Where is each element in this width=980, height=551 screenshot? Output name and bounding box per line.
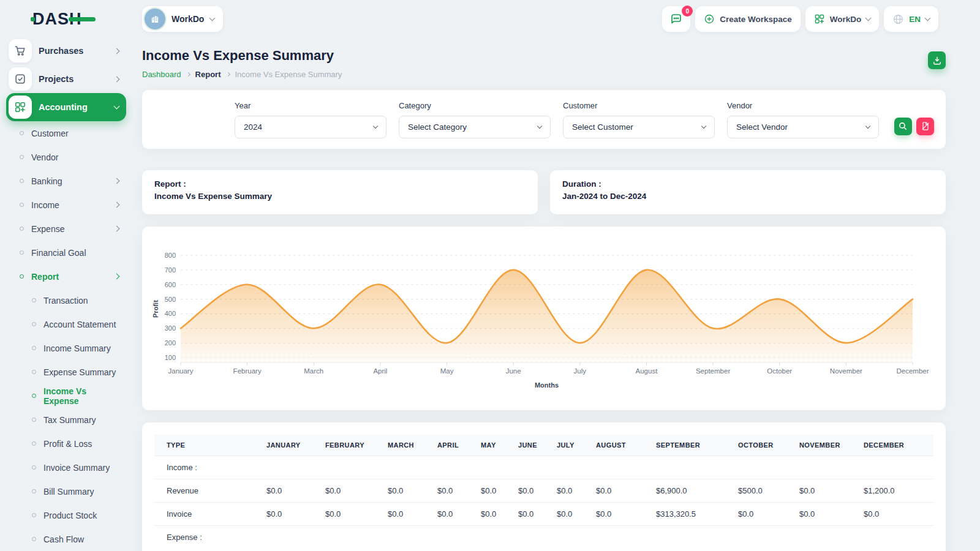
sidebar-item-financial-goal[interactable]: Financial Goal: [6, 241, 126, 264]
table-row: Invoice$0.0$0.0$0.0$0.0$0.0$0.0$0.0$0.0$…: [154, 503, 933, 526]
sidebar-item-vendor[interactable]: Vendor: [6, 145, 126, 169]
sidebar-item-income-summary[interactable]: Income Summary: [6, 336, 126, 360]
row-label: Revenue: [154, 479, 254, 503]
create-workspace-label: Create Workspace: [720, 15, 792, 24]
svg-text:March: March: [304, 367, 323, 375]
sidebar-item-product-stock[interactable]: Product Stock: [6, 503, 126, 527]
sidebar-item-transaction[interactable]: Transaction: [6, 288, 126, 312]
download-button[interactable]: [928, 51, 946, 69]
svg-text:400: 400: [165, 310, 176, 317]
bullet-icon: [32, 418, 36, 422]
chevron-down-icon: [865, 15, 872, 21]
search-button[interactable]: [894, 118, 912, 135]
bullet-icon: [20, 203, 24, 207]
table-cell: $0.0: [787, 503, 851, 526]
sidebar-item-cash-flow[interactable]: Cash Flow: [6, 527, 126, 551]
messages-button[interactable]: 0: [662, 6, 690, 32]
table-cell: $0.0: [469, 479, 506, 503]
sidebar-nav: Purchases Projects Accounting Customer V…: [0, 37, 135, 551]
report-card-label: Report :: [154, 179, 526, 189]
workspace-menu-label: WorkDo: [830, 15, 862, 24]
sidebar-item-label: Purchases: [39, 46, 108, 56]
submenu-label: Account Statement: [43, 320, 116, 329]
sidebar-item-expense-summary[interactable]: Expense Summary: [6, 360, 126, 384]
sidebar-item-banking[interactable]: Banking: [6, 169, 126, 193]
breadcrumb-dashboard[interactable]: Dashboard: [142, 70, 181, 79]
sidebar-item-report[interactable]: Report: [6, 264, 126, 288]
summary-cards: Report : Income Vs Expense Summary Durat…: [142, 170, 946, 214]
chevron-down-icon: [537, 123, 542, 128]
vendor-select[interactable]: Select Vendor: [727, 116, 879, 138]
breadcrumb-report[interactable]: Report: [195, 70, 221, 79]
grid-plus-icon: [9, 96, 32, 119]
chevron-right-icon: [114, 274, 120, 280]
year-select-value: 2024: [244, 122, 262, 132]
sidebar-item-invoice-summary[interactable]: Invoice Summary: [6, 455, 126, 479]
svg-text:800: 800: [165, 252, 176, 259]
bullet-icon: [32, 298, 36, 302]
sidebar-item-income-vs-expense[interactable]: Income Vs Expense: [6, 384, 126, 408]
reset-button[interactable]: [916, 118, 934, 135]
column-header-december: DECEMBER: [851, 435, 933, 456]
table-card: TYPEJANUARYFEBRUARYMARCHAPRILMAYJUNEJULY…: [142, 422, 946, 551]
submenu-label: Profit & Loss: [43, 439, 92, 449]
workspace-menu-button[interactable]: WorkDo: [805, 6, 880, 32]
year-select[interactable]: 2024: [235, 116, 386, 138]
bullet-icon: [32, 346, 36, 350]
breadcrumb-current: Income Vs Expense Summary: [235, 70, 342, 79]
vendor-select-value: Select Vendor: [736, 122, 788, 132]
bullet-icon: [20, 155, 24, 159]
table-cell: $0.0: [254, 503, 313, 526]
table-cell: $1,200.0: [851, 479, 933, 503]
table-cell: $0.0: [726, 503, 787, 526]
submenu-label: Income Vs Expense: [43, 386, 119, 406]
svg-text:August: August: [636, 367, 658, 375]
column-header-june: JUNE: [506, 435, 545, 456]
table-cell: $0.0: [851, 503, 933, 526]
table-cell: $0.0: [313, 503, 375, 526]
sidebar-item-profit-and-loss[interactable]: Profit & Loss: [6, 432, 126, 455]
app-logo[interactable]: DASH: [31, 9, 135, 32]
sidebar-item-projects[interactable]: Projects: [6, 65, 126, 93]
svg-text:December: December: [896, 367, 929, 375]
messages-badge: 0: [682, 6, 693, 17]
column-header-october: OCTOBER: [726, 435, 787, 456]
customer-select[interactable]: Select Customer: [563, 116, 715, 138]
sidebar-item-customer[interactable]: Customer: [6, 121, 126, 145]
column-header-january: JANUARY: [254, 435, 313, 456]
customer-select-value: Select Customer: [572, 122, 633, 132]
sidebar-item-purchases[interactable]: Purchases: [6, 37, 126, 65]
chevron-down-icon: [925, 15, 931, 21]
create-workspace-button[interactable]: Create Workspace: [695, 6, 801, 32]
report-table: TYPEJANUARYFEBRUARYMARCHAPRILMAYJUNEJULY…: [154, 435, 933, 549]
column-header-august: AUGUST: [584, 435, 644, 456]
sidebar-item-account-statement[interactable]: Account Statement: [6, 312, 126, 336]
category-select[interactable]: Select Category: [399, 116, 551, 138]
sidebar: DASH Purchases Projects Accounting: [0, 0, 135, 551]
column-header-september: SEPTEMBER: [644, 435, 726, 456]
checkbox-icon: [9, 67, 32, 91]
bullet-icon: [32, 322, 36, 326]
column-header-may: MAY: [469, 435, 506, 456]
table-cell: $0.0: [313, 479, 375, 503]
category-label: Category: [399, 101, 551, 110]
table-cell: $0.0: [506, 503, 545, 526]
sidebar-item-income[interactable]: Income: [6, 193, 126, 217]
language-button[interactable]: EN: [884, 6, 938, 32]
report-card-value: Income Vs Expense Summary: [154, 192, 526, 201]
workspace-switcher[interactable]: WorkDo: [142, 6, 223, 32]
submenu-label: Invoice Summary: [43, 463, 110, 473]
sidebar-item-expense[interactable]: Expense: [6, 217, 126, 241]
svg-text:February: February: [233, 367, 262, 375]
sidebar-item-bill-summary[interactable]: Bill Summary: [6, 479, 126, 503]
sidebar-item-tax-summary[interactable]: Tax Summary: [6, 408, 126, 432]
sidebar-item-accounting[interactable]: Accounting: [6, 93, 126, 121]
chevron-right-icon: [186, 72, 190, 77]
table-cell: $0.0: [375, 503, 425, 526]
search-icon: [898, 121, 908, 132]
chevron-down-icon: [114, 103, 120, 110]
column-header-april: APRIL: [425, 435, 469, 456]
svg-text:April: April: [373, 367, 387, 375]
submenu-label: Product Stock: [43, 511, 97, 520]
sidebar-item-label: Projects: [39, 74, 108, 84]
